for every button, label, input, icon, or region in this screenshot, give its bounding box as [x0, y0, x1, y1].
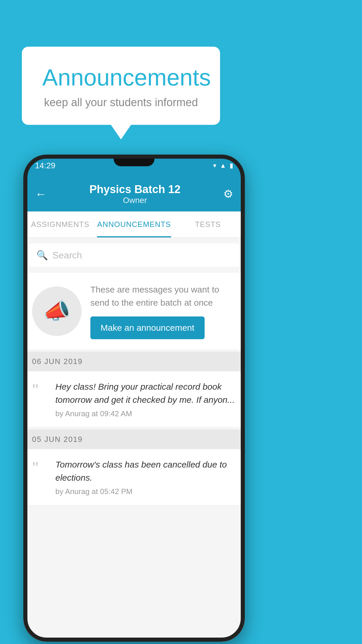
search-input-placeholder: Search [52, 250, 82, 261]
app-bar-title: Physics Batch 12 [47, 183, 223, 196]
battery-icon: ▮ [230, 162, 233, 169]
megaphone-circle: 📣 [32, 286, 82, 336]
announcement-meta-1: by Anurag at 09:42 AM [55, 409, 236, 418]
speech-bubble: Announcements keep all your students inf… [22, 47, 220, 125]
wifi-icon: ▾ [213, 162, 216, 169]
quote-icon-2: " [32, 459, 48, 475]
search-icon: 🔍 [36, 250, 48, 261]
speech-bubble-container: Announcements keep all your students inf… [22, 47, 220, 125]
bubble-title: Announcements [42, 64, 200, 91]
tab-tests[interactable]: TESTS [171, 211, 245, 237]
phone-notch [114, 155, 154, 166]
bubble-subtitle: keep all your students informed [42, 96, 200, 109]
tab-announcements[interactable]: ANNOUNCEMENTS [97, 211, 171, 237]
app-bar-title-container: Physics Batch 12 Owner [47, 183, 223, 205]
tab-assignments[interactable]: ASSIGNMENTS [23, 211, 97, 237]
promo-right: These are messages you want to send to t… [90, 283, 236, 339]
date-separator-2: 05 JUN 2019 [23, 430, 245, 449]
announcement-item-1[interactable]: " Hey class! Bring your practical record… [23, 371, 245, 427]
status-icons: ▾ ▲ ▮ [213, 162, 233, 169]
back-button[interactable]: ← [35, 188, 47, 201]
announcement-item-2[interactable]: " Tomorrow's class has been cancelled du… [23, 449, 245, 505]
megaphone-icon: 📣 [43, 298, 71, 324]
app-bar: ← Physics Batch 12 Owner ⚙ [23, 176, 245, 211]
make-announcement-button[interactable]: Make an announcement [90, 316, 205, 339]
app-bar-subtitle: Owner [123, 196, 147, 205]
announcement-meta-2: by Anurag at 05:42 PM [55, 487, 236, 496]
announcement-text-2: Tomorrow's class has been cancelled due … [55, 458, 236, 484]
signal-icon: ▲ [220, 162, 226, 169]
content-area: 🔍 Search 📣 These are messages you want t… [23, 238, 245, 642]
search-bar[interactable]: 🔍 Search [29, 244, 239, 267]
promo-description: These are messages you want to send to t… [90, 283, 236, 309]
announcement-content-2: Tomorrow's class has been cancelled due … [55, 458, 236, 496]
quote-icon-1: " [32, 382, 48, 398]
settings-button[interactable]: ⚙ [223, 188, 233, 200]
tabs-bar: ASSIGNMENTS ANNOUNCEMENTS TESTS [23, 211, 245, 238]
status-time: 14:29 [35, 161, 55, 170]
announcement-text-1: Hey class! Bring your practical record b… [55, 380, 236, 406]
phone-frame: 14:29 ▾ ▲ ▮ ← Physics Batch 12 Owner ⚙ A… [23, 155, 245, 642]
announcement-content-1: Hey class! Bring your practical record b… [55, 380, 236, 418]
status-bar: 14:29 ▾ ▲ ▮ [23, 155, 245, 176]
date-separator-1: 06 JUN 2019 [23, 352, 245, 371]
promo-card: 📣 These are messages you want to send to… [23, 273, 245, 349]
